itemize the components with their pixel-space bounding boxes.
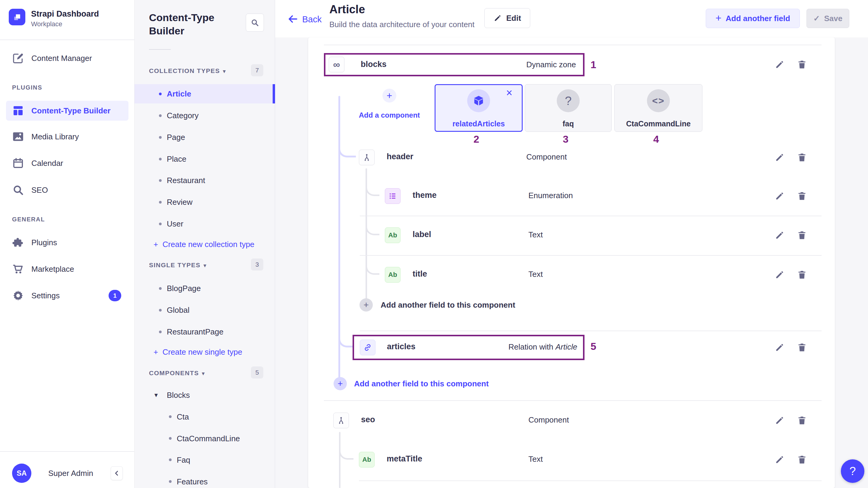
content-manager-icon <box>12 52 24 64</box>
edit-field-button[interactable] <box>775 59 785 70</box>
components-header[interactable]: COMPONENTS▾ <box>149 370 205 376</box>
subnav-item-restaurantpage[interactable]: RestaurantPage <box>167 328 223 336</box>
field-name: articles <box>387 343 415 351</box>
cube-icon <box>473 95 485 107</box>
edit-field-button[interactable] <box>775 342 785 353</box>
subnav-item-restaurant[interactable]: Restaurant <box>167 177 205 184</box>
divider <box>360 331 822 331</box>
delete-field-button[interactable] <box>797 455 807 465</box>
single-types-header[interactable]: SINGLE TYPES▾ <box>149 262 207 268</box>
plus-icon: + <box>154 240 158 249</box>
edit-field-button[interactable] <box>775 455 785 465</box>
create-collection-type-link[interactable]: + Create new collection type <box>154 240 254 248</box>
delete-field-button[interactable] <box>797 270 807 280</box>
link-icon <box>364 343 372 352</box>
divider <box>360 255 822 256</box>
bullet-icon <box>159 309 162 311</box>
tree-elbow <box>366 257 379 275</box>
delete-field-button[interactable] <box>797 191 807 201</box>
text-field-icon: Ab <box>385 227 401 243</box>
subnav-item-user[interactable]: User <box>167 220 183 228</box>
field-type: Component <box>526 153 567 161</box>
edit-button[interactable]: Edit <box>484 8 530 28</box>
delete-field-button[interactable] <box>797 342 807 353</box>
edit-field-button[interactable] <box>775 152 785 162</box>
sidebar-item-label: Calendar <box>31 159 63 167</box>
text-field-icon: Ab <box>385 267 401 283</box>
add-component-label[interactable]: Add a component <box>349 112 430 119</box>
add-field-to-component-button[interactable]: + <box>360 298 373 311</box>
save-button[interactable]: ✓ Save <box>806 9 849 28</box>
nav-section-general: GENERAL <box>12 216 45 222</box>
edit-field-button[interactable] <box>775 270 785 280</box>
collapse-sidebar-button[interactable] <box>111 466 123 480</box>
subnav-item-page[interactable]: Page <box>167 133 185 141</box>
delete-field-button[interactable] <box>797 59 807 70</box>
tree-elbow <box>339 441 353 460</box>
search-button[interactable] <box>246 13 264 32</box>
edit-field-button[interactable] <box>775 191 785 201</box>
delete-field-button[interactable] <box>797 152 807 162</box>
add-field-to-component-label[interactable]: Add another field to this component <box>354 380 489 388</box>
bullet-icon <box>169 437 172 440</box>
subnav-item-article[interactable] <box>134 84 275 103</box>
help-button[interactable]: ? <box>841 459 864 483</box>
sidebar-item-content-type-builder[interactable]: Content-Type Builder <box>6 101 128 121</box>
annotation-number: 2 <box>473 134 479 144</box>
subnav-item-faq[interactable]: Faq <box>177 456 190 464</box>
plus-icon: + <box>154 347 158 357</box>
back-label[interactable]: Back <box>302 15 321 24</box>
bullet-icon <box>159 179 162 182</box>
strapi-dashboard-screen: Strapi Dashboard Workplace Content Manag… <box>0 0 868 488</box>
subnav-item-features[interactable]: Features <box>177 478 208 486</box>
divider <box>360 216 822 216</box>
ab-glyph: Ab <box>388 231 397 239</box>
avatar[interactable]: SA <box>12 464 31 483</box>
edit-field-button[interactable] <box>775 230 785 240</box>
infinity-glyph: ∞ <box>333 60 340 69</box>
subnav-item-place[interactable]: Place <box>167 155 186 163</box>
edit-field-button[interactable] <box>775 415 785 426</box>
bullet-icon <box>159 158 162 160</box>
plugins-puzzle-icon <box>12 237 24 248</box>
create-single-type-label: Create new single type <box>162 347 242 357</box>
subnav-item-category[interactable]: Category <box>167 112 199 119</box>
page-subtitle: Build the data architecture of your cont… <box>329 21 474 28</box>
page-title: Article <box>329 4 365 15</box>
annotation-number: 4 <box>653 134 659 144</box>
sidebar-item-label: Settings <box>31 292 60 300</box>
collection-types-header[interactable]: COLLECTION TYPES▾ <box>149 67 226 74</box>
divider <box>324 400 822 401</box>
branch-icon <box>362 153 371 162</box>
delete-field-button[interactable] <box>797 415 807 426</box>
plus-icon: + <box>715 12 721 24</box>
subnav-group-blocks[interactable]: Blocks <box>167 391 190 399</box>
subnav-item-review[interactable]: Review <box>167 198 192 206</box>
arrow-left-icon <box>287 13 299 25</box>
bullet-icon <box>159 331 162 333</box>
annotation-number: 1 <box>591 59 596 70</box>
component-code-icon: <> <box>647 89 670 112</box>
divider <box>0 39 134 40</box>
subnav-item-blogpage[interactable]: BlogPage <box>167 284 201 292</box>
create-single-type-link[interactable]: + Create new single type <box>154 348 242 356</box>
component-branch-icon <box>333 413 349 428</box>
strapi-logo[interactable] <box>9 9 25 25</box>
component-card-label: CtaCommandLine <box>617 120 700 128</box>
add-field-to-component-label[interactable]: Add another field to this component <box>381 301 515 309</box>
app-title: Strapi Dashboard <box>31 10 99 18</box>
sidebar-item-label: Content Manager <box>31 54 92 62</box>
back-link[interactable] <box>287 13 299 26</box>
subnav-item-cta[interactable]: Cta <box>177 413 189 421</box>
user-name: Super Admin <box>48 469 93 477</box>
add-field-to-component-button[interactable]: + <box>334 377 347 390</box>
sidebar-item-label: SEO <box>31 186 48 194</box>
chevron-down-icon: ▾ <box>154 392 158 398</box>
subnav-item-ctacommandline[interactable]: CtaCommandLine <box>177 435 240 443</box>
add-component-button[interactable]: + <box>382 89 396 102</box>
close-icon[interactable]: × <box>506 88 513 98</box>
subnav-item-global[interactable]: Global <box>167 306 189 314</box>
add-another-field-button[interactable]: + Add another field <box>706 9 800 28</box>
delete-field-button[interactable] <box>797 230 807 240</box>
bullet-icon <box>159 287 162 290</box>
